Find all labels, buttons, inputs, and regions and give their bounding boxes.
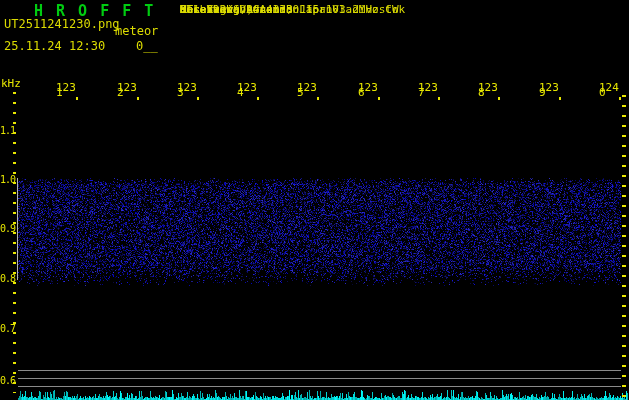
y-axis-unit-label: kHz (1, 78, 21, 89)
echo-counter: 0__ (136, 40, 158, 52)
output-filename: UT2511241230.png (4, 18, 120, 30)
detection-band-marker (17, 178, 18, 280)
right-axis-ticks (622, 95, 626, 397)
reference-line (18, 378, 621, 379)
observation-datetime: 25.11.24 12:30 (4, 40, 105, 52)
reference-line (18, 386, 621, 387)
mode-label: meteor (115, 25, 158, 37)
left-axis-ticks (13, 92, 16, 393)
reference-line (18, 370, 621, 371)
spectrogram-canvas (0, 0, 629, 400)
hrofft-window: H R O F F T UT2511241230.png meteor 25.1… (0, 0, 629, 400)
info-value: 3el Yagi(V) Az 330 for Vladivostok (180, 4, 405, 15)
